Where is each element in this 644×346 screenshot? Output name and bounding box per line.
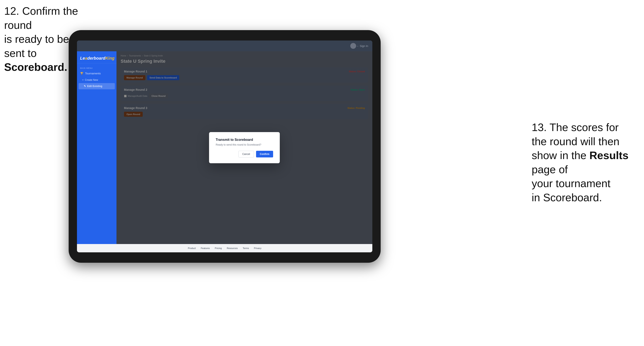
annotation-bottom-right: 13. The scores for the round will then s…	[532, 121, 640, 205]
tablet-screen: → Sign In LeaderboardKing MAIN MENU 🏆 To…	[77, 40, 372, 252]
modal-title: Transmit to Scoreboard	[216, 138, 273, 142]
modal-overlay: Transmit to Scoreboard Ready to send thi…	[116, 51, 372, 244]
plus-icon: +	[82, 78, 84, 81]
modal-confirm-button[interactable]: Confirm	[256, 151, 273, 158]
logo: LeaderboardKing	[80, 56, 113, 61]
sidebar: LeaderboardKing MAIN MENU 🏆 Tournaments …	[77, 51, 116, 244]
footer-link-resources[interactable]: Resources	[227, 247, 238, 249]
user-avatar	[350, 43, 356, 49]
sidebar-item-tournaments[interactable]: 🏆 Tournaments	[77, 70, 116, 77]
footer-link-pricing[interactable]: Pricing	[215, 247, 222, 249]
sidebar-tournaments-label: Tournaments	[85, 72, 101, 75]
page-content: Home › Tournaments › State U Spring Invi…	[116, 51, 372, 244]
sidebar-subitem-edit-existing[interactable]: ✎ Edit Existing	[79, 83, 115, 89]
main-menu-label: MAIN MENU	[77, 65, 116, 70]
main-content: LeaderboardKing MAIN MENU 🏆 Tournaments …	[77, 51, 372, 244]
header-bar: → Sign In	[77, 40, 372, 51]
footer-link-privacy[interactable]: Privacy	[254, 247, 262, 249]
modal-cancel-button[interactable]: Cancel	[238, 151, 254, 158]
logo-area: LeaderboardKing	[77, 53, 116, 63]
trophy-icon: 🏆	[80, 72, 84, 75]
sign-in-label: Sign In	[360, 44, 368, 48]
footer-link-product[interactable]: Product	[188, 247, 196, 249]
footer-link-features[interactable]: Features	[201, 247, 210, 249]
edit-existing-label: Edit Existing	[87, 85, 102, 88]
tablet-frame: → Sign In LeaderboardKing MAIN MENU 🏆 To…	[69, 30, 381, 263]
sign-in-icon: →	[356, 44, 359, 48]
edit-icon: ✎	[84, 85, 86, 88]
footer: Product Features Pricing Resources Terms…	[77, 244, 372, 252]
modal-box: Transmit to Scoreboard Ready to send thi…	[209, 132, 280, 163]
sign-in-button[interactable]: → Sign In	[356, 44, 368, 48]
modal-buttons: Cancel Confirm	[216, 151, 273, 158]
modal-subtitle: Ready to send this round to Scoreboard?	[216, 143, 273, 146]
sidebar-subitem-create-new[interactable]: + Create New	[77, 77, 116, 83]
footer-link-terms[interactable]: Terms	[243, 247, 249, 249]
create-new-label: Create New	[85, 78, 98, 81]
